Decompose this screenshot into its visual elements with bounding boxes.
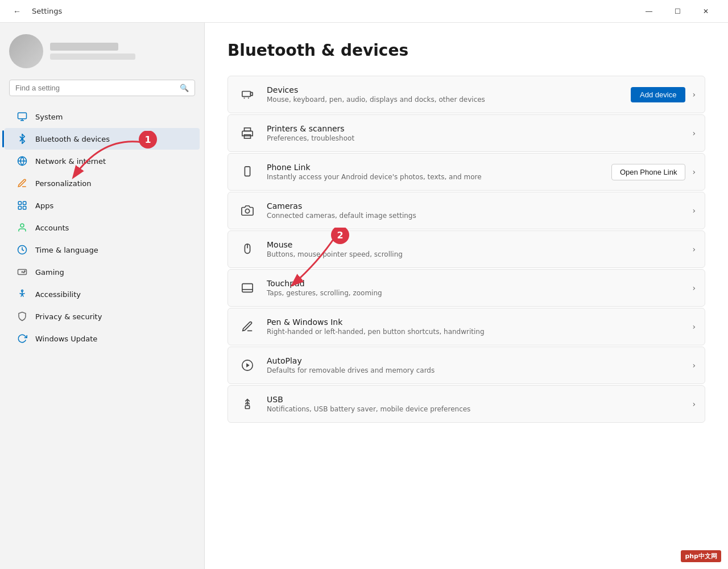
devices-icon [237,84,258,105]
touchpad-text: Touchpad Taps, gestures, scrolling, zoom… [267,279,681,297]
system-icon [16,110,28,123]
sidebar-item-system[interactable]: System [5,106,200,127]
close-button[interactable]: ✕ [693,2,719,20]
gaming-icon [16,266,28,278]
sidebar-item-privacy[interactable]: Privacy & security [5,306,200,327]
chevron-right-icon: › [692,90,696,99]
devices-desc: Mouse, keyboard, pen, audio, displays an… [267,96,622,104]
page-title: Bluetooth & devices [228,41,705,60]
touchpad-action: › [690,283,696,292]
sidebar-item-personalization[interactable]: Personalization [5,172,200,194]
cameras-icon [237,200,258,221]
pen-title: Pen & Windows Ink [267,318,681,327]
chevron-right-icon: › [692,283,696,292]
svg-rect-18 [251,92,253,96]
sidebar-item-bluetooth[interactable]: Bluetooth & devices [5,128,200,150]
phonelink-desc: Instantly access your Android device's p… [267,173,602,181]
nav-label-gaming: Gaming [35,268,64,277]
chevron-right-icon: › [692,361,696,370]
accounts-icon [16,221,28,234]
search-input[interactable] [15,84,175,92]
autoplay-text: AutoPlay Defaults for removable drives a… [267,356,681,374]
pen-icon [237,316,258,337]
printers-title: Printers & scanners [267,124,681,133]
nav-label-accessibility: Accessibility [35,290,81,299]
network-icon [16,155,28,167]
nav-label-update: Windows Update [35,335,97,343]
watermark: php中文网 [681,550,721,562]
back-button[interactable]: ← [9,3,25,19]
sidebar-item-time[interactable]: Time & language [5,239,200,261]
usb-desc: Notifications, USB battery saver, mobile… [267,405,681,413]
setting-item-pen[interactable]: Pen & Windows Ink Right-handed or left-h… [228,308,705,345]
setting-item-usb[interactable]: USB Notifications, USB battery saver, mo… [228,385,705,423]
nav-label-privacy: Privacy & security [35,312,102,321]
nav-label-bluetooth: Bluetooth & devices [35,135,110,143]
titlebar: ← Settings — ☐ ✕ [0,0,728,23]
profile-name [50,43,118,51]
sidebar-profile [0,23,204,75]
pen-action: › [690,322,696,331]
svg-rect-32 [245,406,249,409]
main-layout: 🔍 System Bluetooth & devices Network & i… [0,23,728,569]
setting-item-phonelink[interactable]: Phone Link Instantly access your Android… [228,153,705,191]
svg-rect-0 [18,113,27,119]
nav-label-time: Time & language [35,246,98,254]
sidebar-item-gaming[interactable]: Gaming [5,261,200,283]
setting-item-autoplay[interactable]: AutoPlay Defaults for removable drives a… [228,347,705,384]
touchpad-icon [237,278,258,298]
setting-item-cameras[interactable]: Cameras Connected cameras, default image… [228,192,705,229]
svg-point-25 [245,209,249,213]
search-box: 🔍 [9,80,195,96]
chevron-right-icon: › [692,129,696,138]
autoplay-desc: Defaults for removable drives and memory… [267,366,681,374]
svg-rect-23 [245,167,250,176]
titlebar-controls: — ☐ ✕ [636,2,719,20]
avatar [9,34,43,68]
chevron-right-icon: › [692,322,696,331]
minimize-button[interactable]: — [636,2,662,20]
apps-icon [16,199,28,212]
setting-item-devices[interactable]: Devices Mouse, keyboard, pen, audio, dis… [228,76,705,113]
sidebar-item-accessibility[interactable]: Accessibility [5,283,200,305]
open-phone-link-button[interactable]: Open Phone Link [611,164,685,180]
titlebar-title: Settings [32,7,62,15]
setting-item-mouse[interactable]: Mouse Buttons, mouse pointer speed, scro… [228,230,705,268]
cameras-action: › [690,206,696,215]
pen-desc: Right-handed or left-handed, pen button … [267,328,681,336]
titlebar-left: ← Settings [9,3,62,19]
personalization-icon [16,177,28,189]
printers-action: › [690,129,696,138]
usb-title: USB [267,395,681,404]
autoplay-action: › [690,361,696,370]
svg-rect-7 [18,207,21,209]
profile-info [50,43,135,60]
time-icon [16,244,28,256]
sidebar-item-accounts[interactable]: Accounts [5,217,200,238]
svg-point-16 [22,290,23,292]
setting-item-printers[interactable]: Printers & scanners Preferences, trouble… [228,114,705,152]
mouse-text: Mouse Buttons, mouse pointer speed, scro… [267,240,681,258]
touchpad-title: Touchpad [267,279,681,288]
nav-label-system: System [35,113,63,121]
add-device-button[interactable]: Add device [631,87,685,102]
accessibility-icon [16,288,28,300]
maximize-button[interactable]: ☐ [664,2,690,20]
mouse-icon [237,239,258,259]
update-icon [16,332,28,345]
printers-icon [237,123,258,143]
setting-item-touchpad[interactable]: Touchpad Taps, gestures, scrolling, zoom… [228,269,705,307]
chevron-right-icon: › [692,245,696,254]
sidebar-item-apps[interactable]: Apps [5,195,200,216]
phonelink-icon [237,162,258,182]
devices-title: Devices [267,85,622,94]
chevron-right-icon: › [692,167,696,176]
phonelink-title: Phone Link [267,163,602,172]
autoplay-icon [237,355,258,376]
sidebar-item-update[interactable]: Windows Update [5,328,200,349]
chevron-right-icon: › [692,399,696,409]
usb-icon [237,394,258,414]
svg-marker-31 [246,363,250,367]
chevron-right-icon: › [692,206,696,215]
sidebar-item-network[interactable]: Network & internet [5,150,200,172]
